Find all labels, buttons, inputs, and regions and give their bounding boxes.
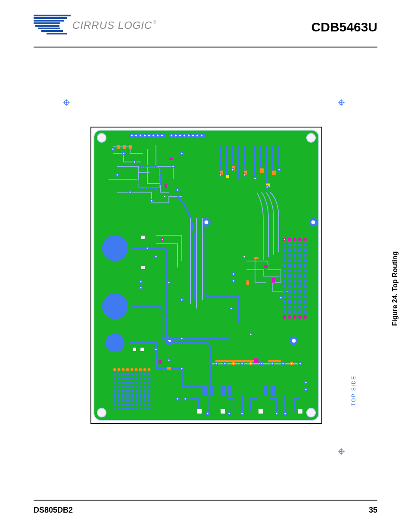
svg-point-115 — [298, 269, 302, 272]
crop-mark-icon — [338, 448, 345, 455]
svg-point-57 — [153, 135, 154, 137]
brand-name: CIRRUS LOGIC — [72, 19, 152, 31]
svg-point-137 — [283, 295, 286, 298]
svg-point-103 — [288, 258, 291, 262]
page-footer: DS805DB2 35 — [34, 506, 377, 515]
svg-rect-32 — [137, 182, 138, 185]
svg-point-138 — [288, 295, 291, 298]
svg-rect-262 — [298, 409, 302, 414]
svg-point-97 — [283, 253, 286, 257]
svg-point-242 — [143, 403, 146, 406]
svg-point-131 — [303, 284, 307, 288]
svg-rect-34 — [160, 173, 162, 177]
svg-rect-0 — [34, 15, 71, 16]
svg-point-218 — [118, 394, 121, 397]
svg-point-67 — [201, 135, 202, 137]
svg-point-102 — [283, 258, 286, 262]
svg-point-248 — [131, 407, 134, 410]
svg-point-105 — [298, 258, 302, 262]
svg-point-165 — [122, 368, 125, 371]
brand-logo: CIRRUS LOGIC ® — [34, 14, 156, 37]
svg-point-167 — [131, 368, 134, 371]
svg-point-119 — [293, 274, 296, 277]
svg-rect-31 — [137, 177, 138, 181]
svg-point-227 — [118, 398, 121, 401]
svg-point-108 — [288, 264, 291, 267]
svg-point-158 — [288, 315, 291, 319]
svg-rect-46 — [123, 145, 126, 149]
svg-rect-41 — [140, 188, 144, 190]
svg-point-236 — [118, 403, 121, 406]
svg-point-245 — [118, 407, 121, 410]
svg-point-207 — [148, 386, 151, 389]
svg-rect-7 — [47, 33, 67, 34]
svg-point-169 — [139, 368, 142, 371]
svg-point-243 — [148, 403, 151, 406]
svg-point-230 — [131, 398, 134, 401]
svg-point-106 — [303, 258, 307, 262]
svg-point-56 — [148, 135, 150, 137]
svg-point-54 — [140, 135, 141, 137]
svg-point-118 — [288, 274, 291, 277]
svg-rect-78 — [264, 265, 268, 268]
svg-point-10 — [339, 100, 343, 105]
svg-point-98 — [288, 253, 291, 257]
svg-point-65 — [192, 135, 194, 137]
svg-rect-259 — [197, 409, 202, 414]
svg-point-163 — [113, 368, 116, 371]
svg-point-216 — [148, 390, 151, 393]
page-number: 35 — [369, 506, 377, 515]
svg-point-136 — [303, 289, 307, 293]
svg-point-127 — [283, 284, 286, 288]
svg-point-237 — [122, 403, 125, 406]
pcb-side-label: TOP SIDE — [351, 375, 357, 406]
page-header: CIRRUS LOGIC ® CDB5463U — [34, 14, 377, 45]
svg-point-172 — [113, 373, 116, 376]
svg-rect-49 — [165, 184, 167, 188]
svg-point-193 — [126, 381, 129, 384]
svg-rect-3 — [34, 22, 60, 24]
svg-point-84 — [293, 238, 296, 241]
svg-point-232 — [139, 398, 142, 401]
svg-point-180 — [148, 373, 151, 376]
svg-point-208 — [113, 390, 116, 393]
svg-point-88 — [288, 243, 291, 246]
svg-point-92 — [283, 248, 286, 252]
svg-point-93 — [288, 248, 291, 252]
svg-point-220 — [126, 394, 129, 397]
svg-rect-261 — [258, 409, 263, 414]
svg-rect-255 — [221, 386, 225, 395]
svg-point-224 — [143, 394, 146, 397]
svg-rect-38 — [145, 165, 148, 167]
svg-point-53 — [135, 135, 137, 137]
svg-point-166 — [126, 368, 129, 371]
svg-rect-266 — [159, 360, 162, 364]
svg-point-174 — [122, 373, 125, 376]
svg-point-120 — [298, 274, 302, 277]
svg-rect-50 — [129, 134, 165, 137]
svg-rect-257 — [264, 386, 268, 395]
svg-point-225 — [148, 394, 151, 397]
svg-point-86 — [303, 238, 307, 241]
svg-point-95 — [298, 248, 302, 252]
svg-point-59 — [161, 135, 163, 137]
svg-point-132 — [283, 289, 286, 293]
svg-rect-260 — [221, 409, 225, 414]
svg-rect-44 — [153, 188, 157, 190]
svg-rect-256 — [227, 386, 232, 395]
svg-point-125 — [298, 279, 302, 283]
svg-point-177 — [135, 373, 138, 376]
crop-mark-icon — [63, 99, 70, 106]
svg-point-27 — [307, 408, 315, 417]
svg-point-149 — [293, 305, 296, 308]
svg-point-124 — [293, 279, 296, 283]
svg-point-239 — [131, 403, 134, 406]
svg-point-12 — [339, 449, 343, 454]
svg-point-176 — [131, 373, 134, 376]
svg-rect-253 — [202, 386, 207, 395]
svg-point-64 — [188, 135, 190, 137]
svg-point-157 — [283, 315, 286, 319]
svg-point-150 — [298, 305, 302, 308]
svg-rect-37 — [140, 165, 144, 167]
svg-point-146 — [303, 300, 307, 303]
